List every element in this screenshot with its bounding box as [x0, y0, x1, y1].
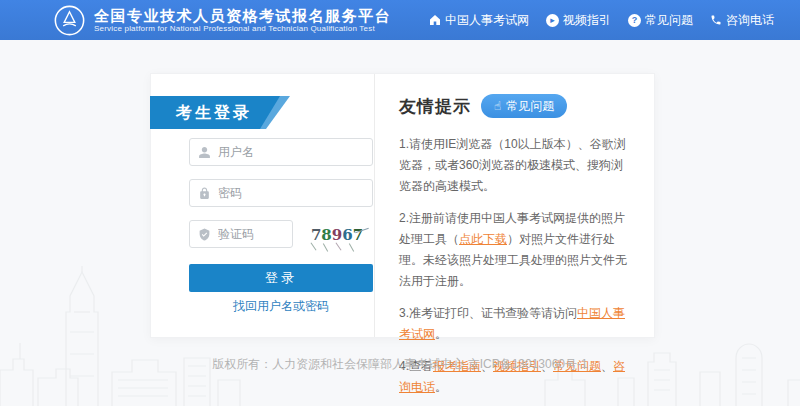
- copyright-text: 版权所有：人力资源和社会保障部人事考试中心 京ICP备13013060号-1: [212, 357, 587, 371]
- main-card: 考生登录: [150, 73, 655, 338]
- video-play-icon: ▸: [546, 14, 559, 27]
- nav-link-faq[interactable]: ? 常见问题: [628, 12, 693, 29]
- faq-pill-label: 常见问题: [506, 98, 554, 115]
- forgot-credentials-link[interactable]: 找回用户名或密码: [189, 298, 373, 315]
- captcha-digit: 7: [353, 226, 363, 244]
- captcha-digit: 9: [332, 226, 342, 244]
- password-field[interactable]: [189, 179, 373, 207]
- login-panel-title: 考生登录: [150, 96, 280, 129]
- captcha-input[interactable]: [218, 227, 284, 241]
- page-footer: 版权所有：人力资源和社会保障部人事考试中心 京ICP备13013060号-1: [0, 356, 800, 373]
- shield-icon: [198, 228, 211, 241]
- tip-item: 1.请使用IE浏览器（10以上版本）、谷歌浏览器，或者360浏览器的极速模式、搜…: [399, 134, 632, 197]
- captcha-digit: 6: [342, 226, 352, 244]
- lock-icon: [198, 187, 211, 200]
- username-input[interactable]: [218, 145, 364, 159]
- faq-pill-button[interactable]: ☝ 常见问题: [481, 94, 567, 118]
- site-subtitle: Service platform for National Profession…: [94, 24, 391, 33]
- nav-link-video-guide[interactable]: ▸ 视频指引: [546, 12, 611, 29]
- captcha-digit: 8: [321, 226, 331, 244]
- tip-link[interactable]: 中国人事考试网: [399, 306, 625, 341]
- captcha-noise: [323, 243, 328, 251]
- home-icon: [429, 14, 441, 26]
- question-icon: ?: [628, 14, 641, 27]
- captcha-row: 78967: [189, 220, 373, 250]
- tips-panel: 友情提示 ☝ 常见问题 1.请使用IE浏览器（10以上版本）、谷歌浏览器，或者3…: [375, 74, 654, 337]
- captcha-image[interactable]: 78967: [301, 220, 373, 250]
- tip-item: 3.准考证打印、证书查验等请访问中国人事考试网。: [399, 303, 632, 345]
- pointing-hand-icon: ☝: [494, 100, 501, 112]
- site-title: 全国专业技术人员资格考试报名服务平台: [94, 7, 391, 24]
- captcha-field[interactable]: [189, 220, 293, 248]
- nav-link-hotline[interactable]: 咨询电话: [710, 12, 774, 29]
- tip-link[interactable]: 点此下载: [459, 232, 507, 246]
- header-nav: 中国人事考试网 ▸ 视频指引 ? 常见问题 咨询电话: [429, 12, 774, 29]
- password-input[interactable]: [218, 186, 364, 200]
- nav-label: 中国人事考试网: [445, 12, 529, 29]
- username-field[interactable]: [189, 138, 373, 166]
- captcha-digit: 7: [311, 226, 321, 244]
- nav-link-cpta-site[interactable]: 中国人事考试网: [429, 12, 529, 29]
- nav-label: 视频指引: [563, 12, 611, 29]
- phone-icon: [710, 14, 722, 26]
- app-header: 全国专业技术人员资格考试报名服务平台 Service platform for …: [0, 0, 800, 40]
- nav-label: 常见问题: [645, 12, 693, 29]
- brand: 全国专业技术人员资格考试报名服务平台 Service platform for …: [54, 5, 391, 36]
- tips-title: 友情提示: [399, 95, 471, 118]
- login-panel: 考生登录: [151, 74, 375, 337]
- nav-label: 咨询电话: [726, 12, 774, 29]
- site-logo-icon: [54, 5, 85, 36]
- login-button[interactable]: 登录: [189, 264, 373, 292]
- login-panel-banner: 考生登录: [150, 96, 290, 129]
- user-icon: [198, 146, 211, 159]
- captcha-noise: [349, 243, 354, 251]
- tip-item: 2.注册前请使用中国人事考试网提供的照片处理工具（点此下载）对照片文件进行处理。…: [399, 208, 632, 292]
